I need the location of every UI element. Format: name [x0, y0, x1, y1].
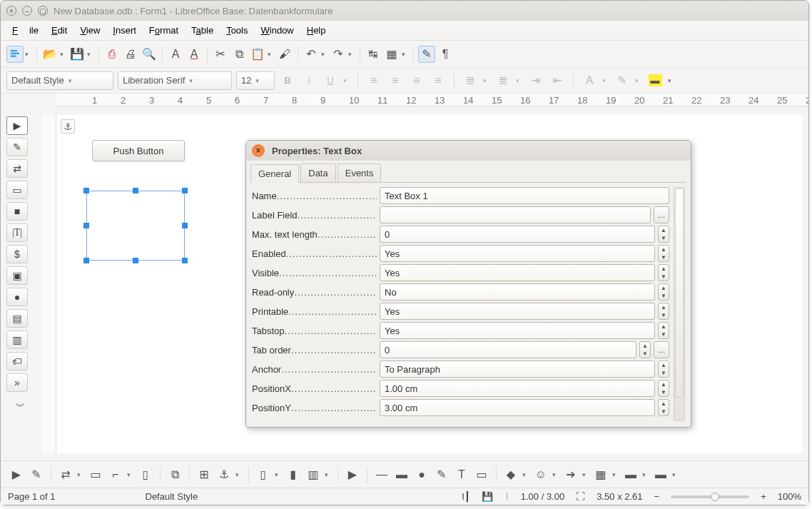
menu-help[interactable]: Help [301, 23, 332, 38]
prop-spinner-printable[interactable]: ▲▼ [658, 303, 669, 320]
highlight-icon[interactable]: ✎ [614, 72, 631, 89]
clone-format-icon[interactable]: 🖌 [276, 46, 293, 63]
pdf-icon[interactable]: ⎙ [103, 46, 121, 63]
menu-file[interactable]: File [6, 23, 44, 38]
prop-more-label_field[interactable]: … [654, 206, 669, 223]
wrap-icon[interactable]: ▭ [87, 466, 104, 483]
arrange-icon[interactable]: ▯ [137, 466, 154, 483]
copy-icon[interactable]: ⧉ [230, 46, 248, 63]
menu-format[interactable]: Format [143, 23, 184, 38]
font-a-icon[interactable]: A [167, 46, 184, 63]
font-size-combo[interactable]: 12▾ [236, 71, 275, 90]
menu-tools[interactable]: Tools [220, 23, 253, 38]
font-name-combo[interactable]: Liberation Serif▾ [118, 71, 232, 90]
font-a-underline-icon[interactable]: A [186, 46, 203, 63]
align-icon[interactable]: ⌐ [107, 466, 124, 483]
prop-spinner-max_text[interactable]: ▲▼ [658, 226, 669, 243]
prop-more-tab_order[interactable]: … [654, 341, 669, 358]
save-status-icon[interactable]: 💾 [482, 491, 493, 502]
indent-dec-icon[interactable]: ⇤ [549, 72, 566, 89]
underline-icon[interactable]: U [322, 72, 339, 89]
numbering-icon[interactable]: ≣ [494, 72, 512, 89]
menu-edit[interactable]: Edit [46, 23, 73, 38]
paste-icon[interactable]: 📋 [249, 46, 266, 63]
push-button-control[interactable]: Push Button [92, 140, 185, 161]
align-right-icon[interactable]: ≡ [408, 72, 425, 89]
paragraph-style-combo[interactable]: Default Style▾ [6, 71, 113, 90]
align-center-icon[interactable]: ≡ [387, 72, 404, 89]
resize-handle[interactable] [182, 188, 188, 193]
prop-input-printable[interactable]: Yes [380, 303, 655, 320]
resize-handle[interactable] [83, 188, 89, 193]
text-icon[interactable]: T [453, 466, 470, 483]
prop-spinner-anchor[interactable]: ▲▼ [658, 361, 669, 378]
new-doc-icon[interactable] [6, 46, 24, 63]
prop-spinner-posy[interactable]: ▲▼ [658, 399, 669, 416]
checkbox-icon[interactable]: ■ [6, 202, 28, 221]
print-icon[interactable]: 🖨 [122, 46, 139, 63]
insert-mode-icon[interactable]: I┃ [462, 491, 470, 502]
cut-icon[interactable]: ✂ [212, 46, 229, 63]
menu-view[interactable]: View [74, 23, 106, 38]
font-color-icon[interactable]: A [581, 72, 598, 89]
symbol-shapes-icon[interactable]: ☺ [532, 466, 549, 483]
currency-icon[interactable]: $ [6, 245, 28, 263]
combo-icon[interactable]: ▥ [6, 331, 28, 349]
save-icon[interactable]: 💾 [68, 46, 86, 63]
formatted-icon[interactable]: ▣ [6, 266, 28, 285]
bullets-icon[interactable]: ≣ [462, 72, 479, 89]
zoom-slider[interactable] [671, 495, 749, 498]
redo-icon[interactable]: ↷ [330, 46, 347, 63]
dropdown-icon[interactable]: ▾ [25, 51, 32, 58]
horizontal-ruler[interactable]: 1234567891011121314151617181920212223242… [56, 94, 808, 106]
menu-window[interactable]: Window [255, 23, 300, 38]
edit-icon[interactable]: ✎ [28, 466, 45, 483]
open-icon[interactable]: 📂 [41, 46, 59, 63]
resize-handle[interactable] [182, 223, 188, 228]
draw-func-icon[interactable]: ✎ [418, 46, 435, 63]
properties-scrollbar[interactable] [674, 187, 685, 421]
prop-spinner-visible[interactable]: ▲▼ [658, 264, 669, 281]
textbox-icon[interactable]: |T| [6, 223, 28, 242]
play-icon[interactable]: ▶ [344, 466, 361, 483]
anchor2-icon[interactable]: ⚓ [215, 466, 233, 483]
form-canvas[interactable]: ⚓ Push Button × Properties: Text Box Gen… [56, 115, 803, 453]
arrow-shapes-icon[interactable]: ➔ [562, 466, 579, 483]
bring-front-icon[interactable]: ▯ [255, 466, 272, 483]
control-props-icon[interactable]: ⇄ [6, 159, 28, 178]
callout-icon[interactable]: ▭ [473, 466, 490, 483]
close-icon[interactable]: × [252, 144, 265, 157]
listbox-icon[interactable]: ▤ [6, 309, 28, 328]
minimize-icon[interactable]: – [22, 6, 32, 16]
anchor-menu-icon[interactable]: ⇄ [57, 466, 74, 483]
tab-data[interactable]: Data [300, 163, 335, 182]
prop-spinner-posx[interactable]: ▲▼ [658, 380, 669, 397]
zoom-in-icon[interactable]: + [761, 491, 766, 502]
more-icon[interactable]: » [6, 373, 28, 392]
close-icon[interactable]: × [6, 6, 16, 16]
flowchart-icon[interactable]: ▦ [592, 466, 609, 483]
vertical-ruler[interactable] [42, 115, 56, 453]
prop-spinner-tabstop[interactable]: ▲▼ [658, 322, 669, 339]
resize-handle[interactable] [182, 258, 188, 263]
link-icon[interactable]: ↹ [365, 46, 382, 63]
select-icon[interactable]: ▶ [8, 466, 25, 483]
preview-icon[interactable]: 🔍 [141, 46, 158, 63]
prop-spinner-enabled[interactable]: ▲▼ [658, 245, 669, 262]
prop-input-name[interactable]: Text Box 1 [380, 187, 669, 204]
textbox-control-selected[interactable] [86, 191, 185, 261]
group-icon[interactable]: ⧉ [166, 466, 183, 483]
tab-events[interactable]: Events [338, 163, 382, 182]
menu-table[interactable]: Table [186, 23, 219, 38]
prop-input-anchor[interactable]: To Paragraph [380, 361, 655, 378]
pilcrow-icon[interactable]: ¶ [437, 46, 454, 63]
line-icon[interactable]: — [373, 466, 390, 483]
resize-handle[interactable] [133, 258, 138, 263]
grid-snap-icon[interactable]: ⊞ [196, 466, 213, 483]
bgcolor-icon[interactable]: ▬ [646, 72, 664, 89]
rect-icon[interactable]: ▬ [393, 466, 410, 483]
form-icon[interactable]: ▭ [6, 181, 28, 199]
curve-icon[interactable]: ✎ [433, 466, 450, 483]
prop-input-enabled[interactable]: Yes [380, 245, 655, 262]
indent-inc-icon[interactable]: ⇥ [527, 72, 544, 89]
